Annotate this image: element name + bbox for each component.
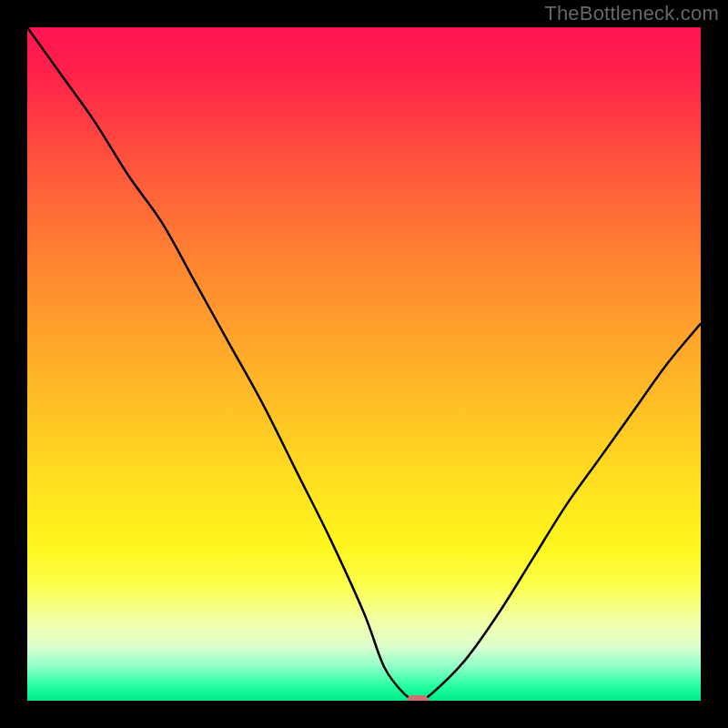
optimal-point-marker [407,695,429,701]
plot-area [27,27,701,701]
curve-svg [27,27,701,701]
bottleneck-curve-path [27,27,701,701]
chart-container: TheBottleneck.com [0,0,728,728]
attribution-text: TheBottleneck.com [544,2,719,25]
